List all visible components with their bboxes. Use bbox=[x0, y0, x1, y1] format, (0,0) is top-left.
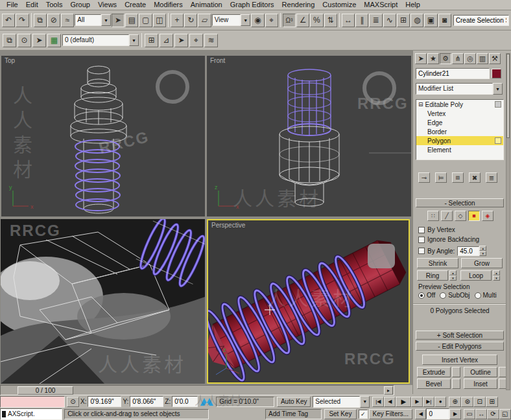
maxscript-listener-pink[interactable] bbox=[0, 396, 65, 408]
named-selection-sets-field[interactable] bbox=[453, 15, 509, 26]
configure-modifier-icon[interactable]: ≣ bbox=[486, 172, 497, 183]
spinner-snap-icon[interactable]: ⇅ bbox=[324, 14, 337, 27]
selection-set-dropdown[interactable]: Selected ▼ bbox=[313, 396, 370, 408]
ring-button[interactable]: Ring bbox=[417, 270, 448, 281]
subobject-border-icon[interactable]: ◇ bbox=[455, 211, 466, 221]
select-by-name-icon[interactable]: ▤ bbox=[125, 14, 138, 27]
select-object-icon[interactable]: ➤ bbox=[112, 14, 125, 27]
zoom-icon[interactable]: ⊕ bbox=[449, 397, 461, 407]
spinner-down-icon[interactable]: ▾ bbox=[493, 275, 500, 281]
spinner-up-icon[interactable]: ▴ bbox=[449, 270, 457, 275]
top-viewport-canvas[interactable]: y x bbox=[1, 56, 205, 216]
camera-viewport-canvas[interactable] bbox=[1, 219, 205, 384]
extrude-button[interactable]: Extrude bbox=[417, 367, 451, 377]
spinner-down-icon[interactable]: ▾ bbox=[449, 275, 457, 281]
outline-button[interactable]: Outline bbox=[464, 367, 497, 377]
selection-filter-dropdown[interactable]: All ▼ bbox=[75, 14, 111, 26]
grid-tool-icon[interactable]: ⊞ bbox=[145, 34, 158, 47]
by-angle-value-field[interactable] bbox=[457, 246, 479, 256]
go-to-end-button[interactable]: ▶| bbox=[423, 397, 434, 407]
preview-subobj-radio[interactable] bbox=[440, 292, 446, 299]
menu-maxscript[interactable]: MAXScript bbox=[360, 0, 401, 10]
zoom-all-icon[interactable]: ⊛ bbox=[461, 397, 473, 407]
by-angle-spinner[interactable]: ▴ ▾ bbox=[479, 246, 486, 256]
add-time-tag[interactable]: Add Time Tag bbox=[265, 409, 322, 419]
snaps-toggle-icon[interactable]: Ω³ bbox=[283, 14, 296, 27]
bevel-button[interactable]: Bevel bbox=[417, 379, 451, 389]
menu-help[interactable]: Help bbox=[401, 0, 424, 10]
layer-manager-icon[interactable]: ≣ bbox=[369, 14, 382, 27]
menu-modifiers[interactable]: Modifiers bbox=[150, 0, 187, 10]
target-tool-icon[interactable]: ⌖ bbox=[189, 34, 203, 47]
viewport-perspective-label[interactable]: Perspective bbox=[211, 222, 245, 229]
inset-button[interactable]: Inset bbox=[464, 379, 497, 389]
use-pivot-center-icon[interactable]: ◉ bbox=[251, 14, 264, 27]
zoom-extents-all-icon[interactable]: ⊞ bbox=[486, 397, 498, 407]
dropdown-arrow-icon[interactable]: ▼ bbox=[101, 14, 111, 26]
tab-modify-icon[interactable]: ⚙ bbox=[440, 53, 451, 64]
mirror-icon[interactable]: ↔ bbox=[342, 14, 355, 27]
dropdown-arrow-icon[interactable]: ▼ bbox=[129, 34, 139, 46]
axis-constraint-icon[interactable]: ⊿ bbox=[160, 34, 173, 47]
zoom-region-icon[interactable]: ▭ bbox=[464, 409, 475, 419]
panel-arrow-icon[interactable]: ➤ bbox=[415, 53, 427, 64]
front-viewport-canvas[interactable]: z x bbox=[207, 56, 411, 216]
stack-expand-icon[interactable]: ⊟ bbox=[418, 101, 423, 108]
spinner-up-icon[interactable]: ▴ bbox=[493, 270, 500, 275]
curve-editor-icon[interactable]: ∿ bbox=[383, 14, 396, 27]
tab-display-icon[interactable]: ▥ bbox=[477, 53, 488, 64]
stack-onoff-icon[interactable] bbox=[495, 101, 501, 108]
unlink-selection-icon[interactable]: ⊘ bbox=[47, 14, 60, 27]
subobject-vertex-icon[interactable]: ∷ bbox=[427, 211, 439, 221]
previous-key-icon[interactable]: ◀ bbox=[415, 409, 426, 419]
rectangular-selection-region-icon[interactable]: ▢ bbox=[139, 14, 152, 27]
go-tool-icon[interactable]: ➤ bbox=[174, 34, 188, 47]
quick-render-icon[interactable]: ◙ bbox=[438, 14, 451, 27]
select-and-scale-icon[interactable]: ▱ bbox=[198, 14, 211, 27]
set-key-button[interactable]: Set Key bbox=[324, 409, 357, 419]
tab-create-icon[interactable]: ★ bbox=[427, 53, 439, 64]
insert-vertex-button[interactable]: Insert Vertex bbox=[422, 355, 497, 365]
extrude-settings-button[interactable] bbox=[452, 367, 460, 377]
menu-create[interactable]: Create bbox=[121, 0, 150, 10]
panel-scrollbar-thumb[interactable] bbox=[506, 54, 510, 138]
preview-multi-radio[interactable] bbox=[475, 292, 481, 299]
redo-icon[interactable]: ↷ bbox=[16, 14, 29, 27]
next-frame-button[interactable]: ▶ bbox=[411, 397, 423, 407]
preview-off-radio[interactable] bbox=[418, 292, 425, 299]
go-to-start-button[interactable]: |◀ bbox=[372, 397, 384, 407]
reference-coordinate-dropdown[interactable]: View ▼ bbox=[212, 14, 251, 26]
select-and-manipulate-icon[interactable]: ⌖ bbox=[265, 14, 278, 27]
stack-row-editable-poly[interactable]: ⊟ Editable Poly bbox=[416, 100, 503, 109]
grow-button[interactable]: Grow bbox=[461, 258, 503, 268]
remove-modifier-icon[interactable]: ✖ bbox=[469, 172, 481, 183]
zoom-extents-icon[interactable]: ⊡ bbox=[473, 397, 486, 407]
z-coordinate-field[interactable] bbox=[172, 396, 198, 407]
rollout-soft-selection[interactable]: + Soft Selection bbox=[416, 331, 504, 340]
menu-graph-editors[interactable]: Graph Editors bbox=[226, 0, 278, 10]
selection-lock-icon[interactable]: ⊙ bbox=[67, 397, 79, 407]
maximize-viewport-icon[interactable]: ◱ bbox=[499, 409, 511, 419]
select-and-move-icon[interactable]: + bbox=[171, 14, 184, 27]
tab-hierarchy-icon[interactable]: ⋔ bbox=[452, 53, 464, 64]
auto-key-button[interactable]: Auto Key bbox=[277, 397, 311, 407]
previous-frame-button[interactable]: ◀ bbox=[384, 397, 396, 407]
stack-row-vertex[interactable]: Vertex bbox=[416, 109, 503, 118]
play-button[interactable]: ▶ bbox=[396, 397, 411, 407]
dropdown-arrow-icon[interactable]: ▼ bbox=[241, 14, 250, 26]
pin-stack-icon[interactable]: ⊸ bbox=[418, 172, 430, 183]
rollout-edit-polygons[interactable]: - Edit Polygons bbox=[416, 342, 504, 351]
orbit-icon[interactable]: ⟳ bbox=[487, 409, 499, 419]
x-coordinate-field[interactable] bbox=[88, 396, 121, 407]
time-slider-arrow-icon[interactable]: ▸ bbox=[384, 386, 393, 395]
next-key-icon[interactable]: ▶ bbox=[449, 409, 460, 419]
key-filters-checkbox[interactable]: ✓ bbox=[359, 410, 368, 419]
menu-edit[interactable]: Edit bbox=[22, 0, 42, 10]
percent-snap-icon[interactable]: % bbox=[310, 14, 323, 27]
dropdown-arrow-icon[interactable]: ▼ bbox=[493, 83, 503, 95]
render-setup-icon[interactable]: ▣ bbox=[424, 14, 437, 27]
loop-spinner[interactable]: ▴ ▾ bbox=[493, 270, 500, 281]
make-unique-icon[interactable]: ⧈ bbox=[452, 172, 464, 183]
y-coordinate-field[interactable] bbox=[130, 396, 163, 407]
time-slider[interactable]: 0 / 100 ▸ bbox=[0, 385, 394, 395]
